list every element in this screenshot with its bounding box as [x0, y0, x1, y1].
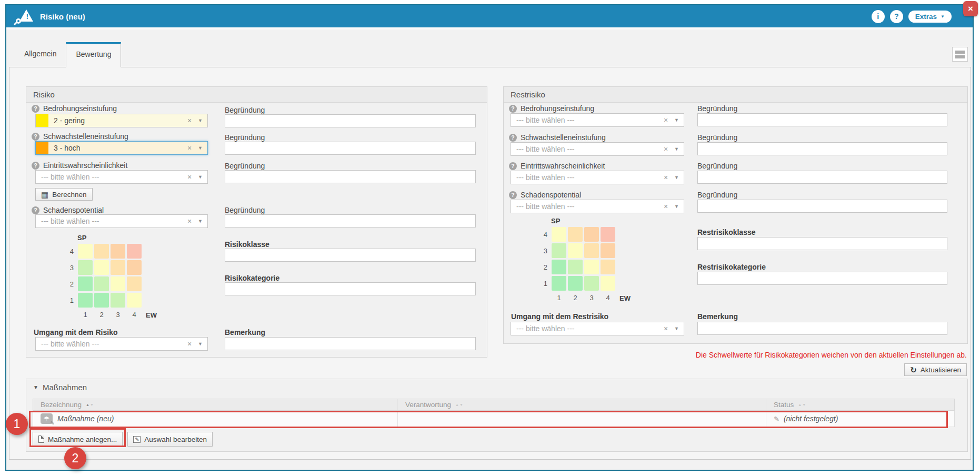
- close-button[interactable]: ×: [963, 1, 978, 16]
- titlebar: ! Risiko (neu) i ? Extras ▼: [6, 5, 973, 27]
- begruendung-input[interactable]: [225, 170, 476, 183]
- table-buttons: Maßnahme anlegen... ✎ Auswahl bearbeiten: [33, 432, 213, 447]
- collapse-icon[interactable]: ▼: [33, 379, 38, 396]
- clear-icon[interactable]: ×: [187, 144, 192, 152]
- begruendung-input[interactable]: [225, 142, 476, 155]
- chevron-down-icon[interactable]: ▼: [674, 146, 679, 152]
- matrix-col-label: 1: [552, 292, 566, 302]
- chevron-down-icon[interactable]: ▼: [198, 341, 203, 347]
- residual-risk-matrix: SP 43211234 EW: [539, 217, 615, 302]
- begruendung-input[interactable]: [697, 171, 947, 184]
- bedrohungseinstufung-select[interactable]: 2 - gering × ▼: [35, 114, 208, 127]
- rest-bedrohungseinstufung-select[interactable]: --- bitte wählen --- × ▼: [511, 113, 684, 127]
- risikokategorie-label: Risikokategorie: [225, 274, 279, 282]
- umgang-risiko-select[interactable]: --- bitte wählen --- × ▼: [35, 337, 208, 351]
- clear-icon[interactable]: ×: [187, 173, 192, 181]
- restrisiko-panel-title: Restrisiko: [504, 87, 967, 103]
- begruendung-label: Begründung: [225, 133, 265, 142]
- bemerkung-input[interactable]: [225, 337, 476, 350]
- calculator-icon: ▦: [41, 191, 48, 199]
- chevron-down-icon[interactable]: ▼: [674, 117, 679, 123]
- selected-value: 2 - gering: [48, 116, 187, 125]
- begruendung-input[interactable]: [697, 142, 947, 155]
- info-icon[interactable]: i: [872, 10, 885, 23]
- risikoklasse-input[interactable]: [225, 249, 476, 262]
- rest-schadenspotential-select[interactable]: --- bitte wählen --- × ▼: [511, 200, 684, 213]
- clear-icon[interactable]: ×: [664, 202, 668, 211]
- clear-icon[interactable]: ×: [664, 173, 668, 182]
- berechnen-button[interactable]: ▦ Berechnen: [35, 188, 93, 201]
- column-header-verantwortung[interactable]: Verantwortung ▲▼: [398, 399, 766, 410]
- chevron-down-icon[interactable]: ▼: [198, 219, 203, 224]
- column-header-status[interactable]: Status ▲▼: [766, 399, 954, 410]
- begruendung-input[interactable]: [697, 200, 947, 213]
- field-help-icon[interactable]: ?: [509, 134, 517, 142]
- aktualisieren-button[interactable]: ↻ Aktualisieren: [904, 363, 967, 376]
- field-help-icon[interactable]: ?: [32, 105, 39, 113]
- chevron-down-icon: ▼: [941, 14, 945, 19]
- clear-icon[interactable]: ×: [664, 324, 668, 333]
- restrisikoklasse-input[interactable]: [697, 237, 947, 250]
- matrix-cell: [94, 260, 109, 275]
- clear-icon[interactable]: ×: [664, 116, 668, 124]
- clear-icon[interactable]: ×: [187, 116, 192, 125]
- begruendung-label: Begründung: [697, 162, 737, 170]
- auswahl-bearbeiten-button[interactable]: ✎ Auswahl bearbeiten: [127, 432, 213, 447]
- matrix-col-label: 1: [78, 309, 93, 319]
- field-help-icon[interactable]: ?: [509, 162, 517, 170]
- rest-eintrittswahrscheinlichkeit-select[interactable]: --- bitte wählen --- × ▼: [511, 171, 684, 184]
- field-help-icon[interactable]: ?: [32, 133, 39, 141]
- clear-icon[interactable]: ×: [187, 340, 192, 348]
- placeholder-text: --- bitte wählen ---: [511, 324, 664, 333]
- extras-button[interactable]: Extras ▼: [908, 11, 952, 23]
- chevron-down-icon[interactable]: ▼: [674, 326, 679, 331]
- status-cell[interactable]: ✎ (nicht festgelegt): [766, 411, 954, 427]
- verantwortung-cell[interactable]: [398, 411, 766, 427]
- placeholder-text: --- bitte wählen ---: [36, 340, 187, 348]
- risiko-panel-title: Risiko: [26, 87, 487, 103]
- risikokategorie-input[interactable]: [225, 282, 476, 295]
- begruendung-input[interactable]: [225, 114, 476, 127]
- restrisikokategorie-input[interactable]: [697, 272, 947, 285]
- clear-icon[interactable]: ×: [664, 145, 668, 153]
- sort-icons[interactable]: ▲▼: [455, 403, 464, 407]
- massnahmen-section-header[interactable]: ▼ Maßnahmen: [26, 379, 967, 396]
- help-icon[interactable]: ?: [890, 10, 903, 23]
- eintrittswahrscheinlichkeit-select[interactable]: --- bitte wählen --- × ▼: [35, 170, 208, 184]
- tab-bar: Allgemein Bewertung: [15, 42, 121, 67]
- tab-allgemein[interactable]: Allgemein: [15, 42, 66, 67]
- sort-icons[interactable]: ▲▼: [798, 403, 806, 407]
- umgang-restrisiko-select[interactable]: --- bitte wählen --- × ▼: [511, 322, 684, 335]
- table-row[interactable]: ☂✎ Maßnahme (neu) ✎ (nicht festgelegt): [33, 411, 955, 427]
- layout-list-button[interactable]: [952, 47, 968, 62]
- field-help-icon[interactable]: ?: [509, 105, 517, 113]
- bezeichnung-cell[interactable]: ☂✎ Maßnahme (neu): [33, 411, 398, 427]
- chevron-down-icon[interactable]: ▼: [674, 175, 679, 180]
- matrix-cell: [552, 276, 566, 291]
- matrix-col-label: 4: [127, 309, 142, 319]
- rest-schwachstelleneinstufung-select[interactable]: --- bitte wählen --- × ▼: [511, 142, 684, 156]
- matrix-cell: [127, 276, 142, 291]
- field-help-icon[interactable]: ?: [32, 162, 39, 170]
- matrix-cell: [94, 276, 109, 291]
- massnahme-anlegen-button[interactable]: Maßnahme anlegen...: [33, 432, 123, 447]
- rating-color-swatch: [36, 142, 48, 154]
- field-help-icon[interactable]: ?: [32, 206, 39, 214]
- begruendung-input[interactable]: [697, 113, 947, 126]
- field-help-icon[interactable]: ?: [509, 191, 517, 199]
- begruendung-input[interactable]: [225, 214, 476, 227]
- chevron-down-icon[interactable]: ▼: [198, 118, 203, 123]
- bemerkung-input[interactable]: [697, 322, 947, 335]
- schwachstelleneinstufung-select[interactable]: 3 - hoch × ▼: [35, 141, 208, 155]
- chevron-down-icon[interactable]: ▼: [198, 145, 203, 151]
- risikoklasse-label: Risikoklasse: [225, 240, 269, 249]
- sort-icons[interactable]: ▲▼: [86, 403, 94, 407]
- clear-icon[interactable]: ×: [187, 217, 192, 225]
- schadenspotential-select[interactable]: --- bitte wählen --- × ▼: [35, 214, 208, 228]
- chevron-down-icon[interactable]: ▼: [674, 204, 679, 209]
- restrisikokategorie-label: Restrisikokategorie: [697, 263, 766, 271]
- tab-bewertung[interactable]: Bewertung: [66, 42, 121, 67]
- column-header-bezeichnung[interactable]: Bezeichnung ▲▼: [33, 399, 398, 410]
- chevron-down-icon[interactable]: ▼: [198, 174, 203, 180]
- matrix-cell: [584, 243, 599, 258]
